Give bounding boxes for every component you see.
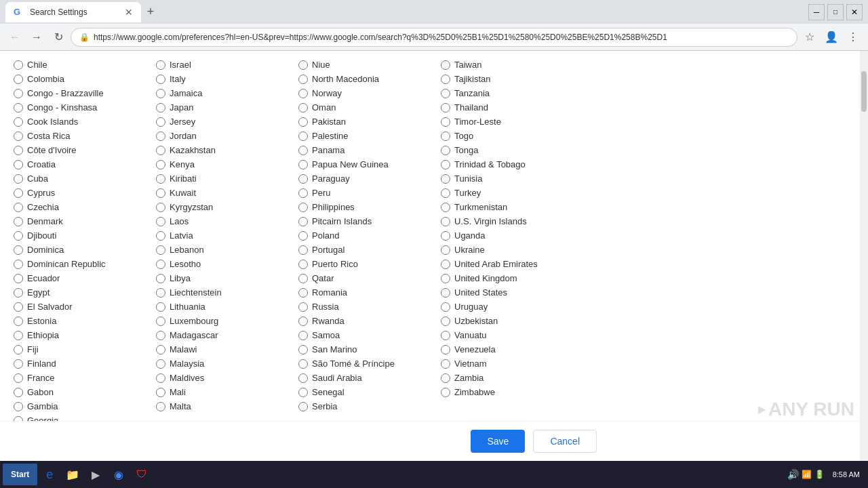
list-item[interactable]: Puerto Rico bbox=[298, 257, 441, 271]
country-radio[interactable] bbox=[441, 146, 450, 155]
country-radio[interactable] bbox=[298, 302, 308, 312]
list-item[interactable]: Dominica bbox=[14, 243, 156, 257]
country-radio[interactable] bbox=[14, 60, 23, 70]
list-item[interactable]: Kuwait bbox=[156, 186, 298, 200]
country-radio[interactable] bbox=[298, 359, 308, 369]
list-item[interactable]: Cook Islands bbox=[14, 115, 156, 129]
country-radio[interactable] bbox=[14, 174, 23, 184]
country-radio[interactable] bbox=[298, 174, 308, 184]
country-radio[interactable] bbox=[156, 359, 165, 369]
address-bar[interactable]: 🔒 https://www.google.com/preferences?hl=… bbox=[71, 28, 797, 47]
list-item[interactable]: Estonia bbox=[14, 314, 156, 328]
list-item[interactable]: Pakistan bbox=[298, 115, 441, 129]
list-item[interactable]: Uzbekistan bbox=[441, 314, 583, 328]
country-radio[interactable] bbox=[156, 131, 165, 141]
country-radio[interactable] bbox=[441, 245, 450, 255]
country-radio[interactable] bbox=[14, 89, 23, 98]
list-item[interactable]: Vietnam bbox=[441, 357, 583, 371]
list-item[interactable]: Kenya bbox=[156, 157, 298, 171]
list-item[interactable]: Timor-Leste bbox=[441, 115, 583, 129]
country-radio[interactable] bbox=[156, 402, 165, 411]
country-radio[interactable] bbox=[441, 359, 450, 369]
list-item[interactable]: Chile bbox=[14, 58, 156, 72]
cancel-button[interactable]: Cancel bbox=[533, 430, 597, 453]
tab-close-button[interactable]: ✕ bbox=[125, 7, 133, 18]
list-item[interactable]: Lebanon bbox=[156, 243, 298, 257]
list-item[interactable]: El Salvador bbox=[14, 300, 156, 314]
scrollbar[interactable] bbox=[860, 51, 868, 461]
list-item[interactable]: Togo bbox=[441, 129, 583, 143]
taskbar-chrome-icon[interactable]: ◉ bbox=[108, 464, 130, 485]
country-radio[interactable] bbox=[14, 345, 23, 354]
maximize-button[interactable]: □ bbox=[827, 4, 844, 20]
country-radio[interactable] bbox=[441, 188, 450, 198]
list-item[interactable]: Taiwan bbox=[441, 58, 583, 72]
country-radio[interactable] bbox=[156, 89, 165, 98]
list-item[interactable]: Italy bbox=[156, 72, 298, 86]
list-item[interactable]: Laos bbox=[156, 214, 298, 228]
country-radio[interactable] bbox=[14, 117, 23, 127]
list-item[interactable]: Ecuador bbox=[14, 271, 156, 285]
country-radio[interactable] bbox=[156, 302, 165, 312]
list-item[interactable]: Japan bbox=[156, 100, 298, 115]
list-item[interactable]: Denmark bbox=[14, 214, 156, 228]
list-item[interactable]: Lesotho bbox=[156, 257, 298, 271]
list-item[interactable]: San Marino bbox=[298, 342, 441, 357]
country-radio[interactable] bbox=[14, 359, 23, 369]
country-radio[interactable] bbox=[298, 402, 308, 411]
country-radio[interactable] bbox=[298, 188, 308, 198]
country-radio[interactable] bbox=[156, 288, 165, 298]
country-radio[interactable] bbox=[441, 160, 450, 169]
list-item[interactable]: Czechia bbox=[14, 200, 156, 214]
country-radio[interactable] bbox=[298, 146, 308, 155]
country-radio[interactable] bbox=[441, 288, 450, 298]
list-item[interactable]: Panama bbox=[298, 143, 441, 157]
country-radio[interactable] bbox=[14, 317, 23, 326]
country-radio[interactable] bbox=[298, 373, 308, 383]
country-radio[interactable] bbox=[14, 217, 23, 226]
list-item[interactable]: Gabon bbox=[14, 385, 156, 399]
list-item[interactable]: Malaysia bbox=[156, 357, 298, 371]
list-item[interactable]: Qatar bbox=[298, 271, 441, 285]
list-item[interactable]: Israel bbox=[156, 58, 298, 72]
list-item[interactable]: Peru bbox=[298, 186, 441, 200]
country-radio[interactable] bbox=[298, 117, 308, 127]
country-radio[interactable] bbox=[156, 217, 165, 226]
country-radio[interactable] bbox=[298, 274, 308, 283]
taskbar-folder-icon[interactable]: 📁 bbox=[62, 464, 83, 485]
country-radio[interactable] bbox=[441, 331, 450, 340]
taskbar-media-icon[interactable]: ▶ bbox=[85, 464, 106, 485]
country-radio[interactable] bbox=[156, 331, 165, 340]
country-radio[interactable] bbox=[14, 245, 23, 255]
list-item[interactable]: Senegal bbox=[298, 385, 441, 399]
list-item[interactable]: Libya bbox=[156, 271, 298, 285]
country-radio[interactable] bbox=[156, 160, 165, 169]
list-item[interactable]: Georgia bbox=[14, 413, 156, 421]
list-item[interactable]: Uganda bbox=[441, 228, 583, 243]
list-item[interactable]: Mali bbox=[156, 385, 298, 399]
list-item[interactable]: Turkmenistan bbox=[441, 200, 583, 214]
list-item[interactable]: Oman bbox=[298, 100, 441, 115]
list-item[interactable]: Serbia bbox=[298, 399, 441, 413]
country-radio[interactable] bbox=[298, 388, 308, 397]
country-radio[interactable] bbox=[298, 131, 308, 141]
country-radio[interactable] bbox=[298, 260, 308, 269]
new-tab-button[interactable]: + bbox=[141, 3, 160, 22]
country-radio[interactable] bbox=[298, 75, 308, 84]
country-radio[interactable] bbox=[14, 160, 23, 169]
list-item[interactable]: Liechtenstein bbox=[156, 285, 298, 300]
country-radio[interactable] bbox=[14, 388, 23, 397]
list-item[interactable]: Turkey bbox=[441, 186, 583, 200]
list-item[interactable]: Kazakhstan bbox=[156, 143, 298, 157]
list-item[interactable]: Lithuania bbox=[156, 300, 298, 314]
country-radio[interactable] bbox=[14, 416, 23, 422]
list-item[interactable]: Malta bbox=[156, 399, 298, 413]
country-radio[interactable] bbox=[156, 260, 165, 269]
list-item[interactable]: Malawi bbox=[156, 342, 298, 357]
country-radio[interactable] bbox=[441, 75, 450, 84]
country-radio[interactable] bbox=[441, 131, 450, 141]
country-radio[interactable] bbox=[441, 231, 450, 241]
list-item[interactable]: Tunisia bbox=[441, 171, 583, 186]
list-item[interactable]: Cuba bbox=[14, 171, 156, 186]
country-radio[interactable] bbox=[298, 89, 308, 98]
